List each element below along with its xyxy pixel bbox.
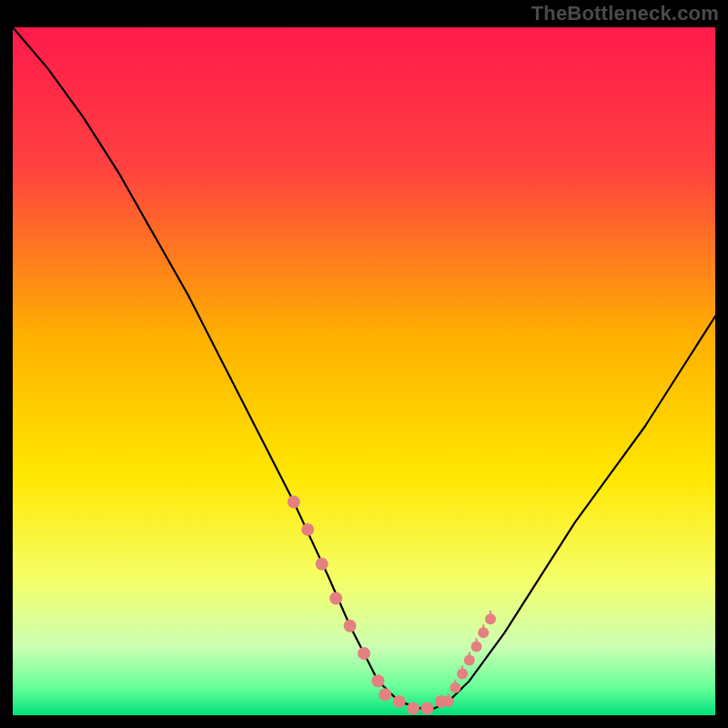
highlight-dot bbox=[371, 674, 384, 687]
highlight-dot bbox=[407, 702, 420, 714]
highlight-dot bbox=[358, 647, 370, 660]
highlight-dot bbox=[316, 558, 329, 571]
highlight-dot bbox=[301, 523, 314, 536]
chart-frame: TheBottleneck.com bbox=[0, 0, 728, 728]
chart-svg bbox=[13, 27, 715, 715]
highlight-dot bbox=[379, 688, 391, 701]
highlight-dot bbox=[288, 496, 300, 509]
highlight-dot bbox=[421, 702, 434, 714]
highlight-dot bbox=[329, 592, 342, 605]
highlight-dot bbox=[393, 695, 406, 708]
plot-area bbox=[13, 27, 715, 715]
gradient-background bbox=[13, 27, 715, 715]
watermark-text: TheBottleneck.com bbox=[531, 2, 719, 25]
highlight-dot bbox=[344, 620, 357, 632]
